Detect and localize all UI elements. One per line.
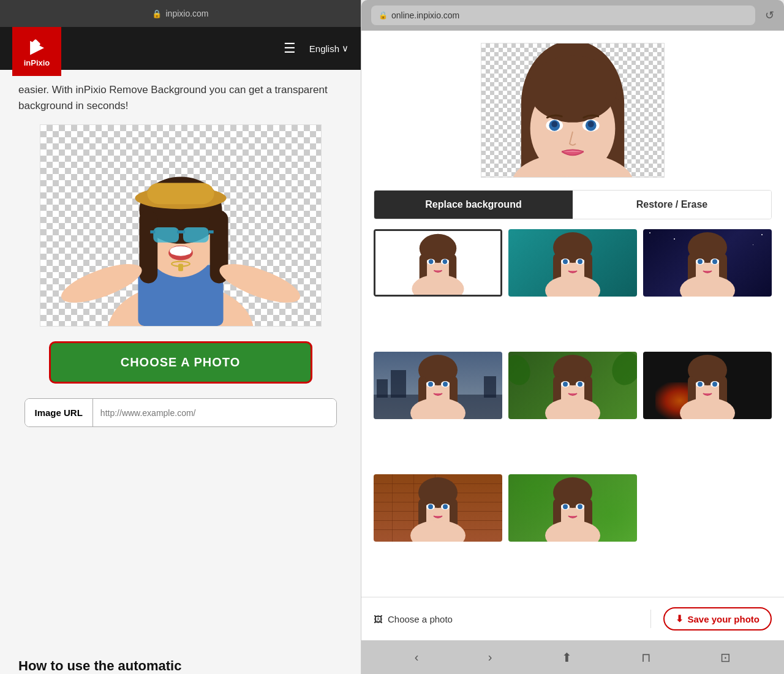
bg-thumb-city[interactable] [374, 352, 502, 419]
save-photo-button[interactable]: ⬇ Save your photo [663, 607, 772, 630]
browser-bottom-nav: ‹ › ⬆ ⊓ ⊡ [361, 640, 784, 674]
thumb-woman-fire [643, 352, 772, 419]
url-left: inpixio.com [165, 9, 208, 18]
url-right: online.inpixio.com [391, 10, 459, 20]
url-bar-right: 🔒 online.inpixio.com [371, 6, 755, 25]
vertical-divider [650, 610, 651, 628]
svg-rect-13 [208, 230, 213, 233]
tab-replace-background[interactable]: Replace background [374, 191, 573, 219]
choose-photo-bottom-label: Choose a photo [388, 614, 453, 624]
forward-button[interactable]: › [488, 650, 492, 664]
choose-photo-bottom-button[interactable]: 🖼 Choose a photo [374, 614, 638, 624]
bg-thumb-space[interactable] [643, 229, 772, 297]
left-panel: 🔒 inpixio.com ▶ inPixio ☰ English ∨ easi… [0, 0, 361, 674]
thumb-woman-brick [374, 474, 502, 542]
bookmark-button[interactable]: ⊓ [641, 650, 651, 665]
logo-text: inPixio [24, 58, 50, 67]
svg-point-93 [428, 504, 433, 509]
svg-point-84 [698, 382, 703, 387]
share-button[interactable]: ⬆ [562, 650, 572, 665]
preview-area [361, 31, 784, 190]
back-button[interactable]: ‹ [415, 650, 419, 664]
svg-point-15 [170, 246, 192, 256]
preview-image-box [481, 43, 665, 178]
svg-point-95 [443, 504, 448, 509]
bg-thumb-teal[interactable] [508, 229, 637, 297]
bg-thumb-green-wall[interactable] [508, 474, 637, 542]
svg-rect-8 [147, 183, 214, 204]
bg-thumb-white[interactable] [374, 229, 502, 297]
language-text: English [309, 44, 339, 54]
how-to-title: How to use the automatic [0, 658, 361, 674]
tagline: easier. With inPixio Remove Background y… [18, 82, 342, 113]
svg-point-104 [578, 504, 582, 509]
svg-rect-12 [150, 230, 155, 233]
right-content: Replace background Restore / Erase [361, 31, 784, 640]
browser-bar-left: 🔒 inpixio.com [0, 0, 361, 27]
choose-photo-button[interactable]: CHOOSE A PHOTO [49, 341, 312, 384]
woman-selfie-illustration [40, 125, 321, 326]
svg-point-50 [578, 259, 582, 264]
svg-point-39 [429, 259, 434, 264]
svg-point-77 [578, 382, 582, 387]
right-panel: 🔒 online.inpixio.com ↺ [361, 0, 784, 674]
image-url-row: Image URL [24, 398, 337, 427]
svg-rect-9 [153, 227, 179, 243]
svg-point-48 [563, 259, 568, 264]
svg-point-102 [563, 504, 568, 509]
svg-point-32 [588, 121, 594, 127]
bg-thumb-fire[interactable] [643, 352, 772, 419]
thumb-woman-nature [508, 352, 637, 419]
svg-point-68 [443, 382, 448, 387]
image-url-input[interactable] [93, 399, 336, 426]
save-photo-label: Save your photo [687, 614, 760, 624]
svg-rect-11 [177, 230, 185, 233]
tab-restore-erase[interactable]: Restore / Erase [573, 191, 771, 219]
bottom-actions: 🖼 Choose a photo ⬇ Save your photo [361, 597, 784, 640]
download-icon: ⬇ [676, 613, 684, 624]
image-url-label: Image URL [25, 399, 93, 426]
nav-bar: ▶ inPixio ☰ English ∨ [0, 27, 361, 70]
thumb-woman-space [643, 229, 772, 297]
svg-point-75 [563, 382, 568, 387]
svg-rect-19 [178, 264, 183, 271]
reload-button[interactable]: ↺ [765, 9, 774, 22]
logo-box: ▶ inPixio [12, 27, 61, 76]
woman-portrait-illustration [481, 44, 664, 177]
thumb-woman-white [375, 231, 500, 295]
browser-bar-right: 🔒 online.inpixio.com ↺ [361, 0, 784, 31]
language-selector[interactable]: English ∨ [309, 43, 349, 54]
language-arrow: ∨ [342, 43, 349, 54]
tabs-bar: Replace background Restore / Erase [374, 190, 772, 219]
transparent-image-preview [40, 124, 322, 327]
lock-icon-left: 🔒 [152, 9, 162, 18]
lock-icon-right: 🔒 [379, 11, 388, 20]
hamburger-menu[interactable]: ☰ [284, 40, 297, 56]
thumb-woman-green-wall [508, 474, 637, 542]
left-content: easier. With inPixio Remove Background y… [0, 70, 361, 634]
thumb-woman-teal [508, 229, 637, 297]
image-icon: 🖼 [374, 614, 383, 624]
svg-rect-5 [139, 210, 157, 283]
svg-point-26 [529, 56, 617, 123]
bg-thumb-nature[interactable] [508, 352, 637, 419]
bg-thumb-brick[interactable] [374, 474, 502, 542]
thumb-woman-city [374, 352, 502, 419]
svg-point-59 [712, 259, 717, 264]
svg-point-41 [443, 259, 448, 264]
svg-point-57 [698, 259, 703, 264]
background-thumbnails-grid [361, 229, 784, 591]
svg-point-86 [712, 382, 717, 387]
svg-point-29 [551, 121, 557, 127]
svg-rect-10 [183, 227, 208, 243]
tabs-button[interactable]: ⊡ [720, 650, 731, 665]
svg-point-66 [428, 382, 433, 387]
